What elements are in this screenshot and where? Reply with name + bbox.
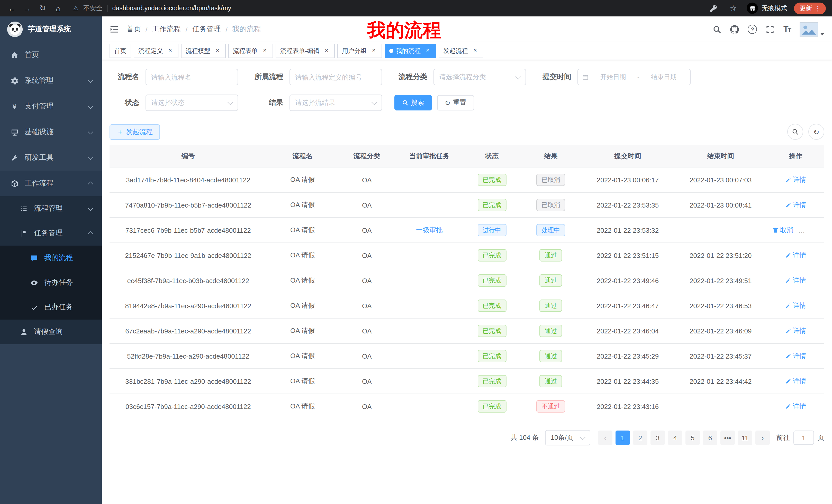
search-icon xyxy=(402,100,408,106)
close-tab-icon[interactable]: × xyxy=(323,47,330,54)
detail-link[interactable]: 详情 xyxy=(785,352,806,361)
sidebar-item[interactable]: 基础设施 xyxy=(0,119,102,145)
reload-icon[interactable]: ↻ xyxy=(36,2,49,15)
sidebar-item[interactable]: 研发工具 xyxy=(0,145,102,171)
help-icon[interactable]: ? xyxy=(748,25,757,34)
view-tab[interactable]: 流程定义 × xyxy=(134,44,178,58)
cell-actions: 详情 xyxy=(767,369,825,394)
detail-link[interactable]: 详情 xyxy=(801,226,823,235)
table-tools: ↻ xyxy=(787,124,824,140)
detail-link[interactable]: 详情 xyxy=(785,301,806,310)
breadcrumb-item[interactable]: 任务管理 / xyxy=(192,25,232,34)
detail-link[interactable]: 详情 xyxy=(785,175,806,185)
view-tab[interactable]: 流程表单-编辑 × xyxy=(276,44,335,58)
cancel-link[interactable]: 取消 xyxy=(772,226,794,235)
table-row: 2152467e-7b9b-11ec-9a1b-acde48001122 OA … xyxy=(109,243,824,268)
password-key-icon[interactable] xyxy=(706,2,720,15)
view-tab[interactable]: 发起流程 × xyxy=(439,44,483,58)
process-input[interactable] xyxy=(289,69,382,85)
github-icon[interactable] xyxy=(730,25,739,34)
sidebar-item[interactable]: ¥ 支付管理 xyxy=(0,93,102,119)
table-row: 52ffd28e-7b9a-11ec-a290-acde48001122 OA … xyxy=(109,343,824,369)
show-search-icon[interactable] xyxy=(787,124,803,140)
sidebar-item[interactable]: 工作流程 xyxy=(0,171,102,196)
edit-icon xyxy=(801,227,808,233)
breadcrumb-item[interactable]: 首页 / xyxy=(127,25,152,34)
cell-id: 819442e8-7b9a-11ec-a290-acde48001122 xyxy=(109,293,267,318)
browser-home-icon[interactable]: ⌂ xyxy=(51,2,65,15)
bookmark-star-icon[interactable]: ☆ xyxy=(727,2,740,15)
menu-fold-icon[interactable] xyxy=(109,25,119,33)
detail-link[interactable]: 详情 xyxy=(785,326,806,335)
cell-task xyxy=(395,394,463,419)
edit-icon xyxy=(785,328,791,334)
view-tab[interactable]: 用户分组 × xyxy=(337,44,382,58)
reset-button[interactable]: ↻ 重置 xyxy=(437,95,474,110)
name-input[interactable] xyxy=(146,69,238,85)
breadcrumb-separator: / xyxy=(186,25,188,33)
sidebar-item[interactable]: 系统管理 xyxy=(0,68,102,93)
breadcrumb-item[interactable]: 我的流程 / xyxy=(232,25,261,34)
refresh-table-icon[interactable]: ↻ xyxy=(808,124,824,140)
next-page-button[interactable]: › xyxy=(755,430,770,445)
process-table: 编号流程名流程分类当前审批任务状态结果提交时间结束时间操作 3ad174fb-7… xyxy=(109,145,824,419)
view-tab[interactable]: 流程模型 × xyxy=(181,44,226,58)
status-select[interactable]: 请选择状态 xyxy=(146,94,238,111)
goto-page-input[interactable] xyxy=(794,430,814,445)
page-button[interactable]: 2 xyxy=(633,430,647,445)
search-icon[interactable] xyxy=(713,25,722,34)
sidebar-item[interactable]: 请假查询 xyxy=(0,319,102,344)
sidebar-item[interactable]: 已办任务 xyxy=(0,295,102,319)
detail-link[interactable]: 详情 xyxy=(785,200,806,209)
sidebar-item[interactable]: 首页 xyxy=(0,42,102,68)
detail-link[interactable]: 详情 xyxy=(785,402,806,411)
cell-end-time xyxy=(674,218,767,243)
task-link[interactable]: 一级审批 xyxy=(416,226,443,235)
prev-page-button[interactable]: ‹ xyxy=(598,430,613,445)
detail-link[interactable]: 详情 xyxy=(785,376,806,386)
security-label[interactable]: 不安全 xyxy=(83,4,103,12)
page-button[interactable]: 3 xyxy=(650,430,665,445)
view-tab[interactable]: 我的流程 × xyxy=(385,44,436,58)
create-process-button[interactable]: ＋ 发起流程 xyxy=(109,124,160,139)
cell-name: OA 请假 xyxy=(267,293,338,318)
search-button[interactable]: 搜索 xyxy=(394,95,432,110)
back-icon[interactable]: ← xyxy=(5,2,19,15)
sidebar-item[interactable]: 待办任务 xyxy=(0,270,102,295)
url-text[interactable]: dashboard.yudao.iocoder.cn/bpm/task/my xyxy=(112,5,231,12)
breadcrumb-item[interactable]: 工作流程 / xyxy=(152,25,192,34)
page-button[interactable]: ••• xyxy=(721,430,735,445)
font-size-icon[interactable]: TT xyxy=(783,25,791,34)
forward-icon[interactable]: → xyxy=(21,2,34,15)
date-range-picker[interactable]: 开始日期 - 结束日期 xyxy=(577,69,691,85)
address-bar[interactable]: ⚠ 不安全 dashboard.yudao.iocoder.cn/bpm/tas… xyxy=(67,4,704,12)
close-tab-icon[interactable]: × xyxy=(166,47,174,54)
table-row: 7317cec6-7b9b-11ec-b5b7-acde48001122 OA … xyxy=(109,218,824,243)
update-button[interactable]: 更新 ⋮ xyxy=(794,2,826,14)
sidebar-item[interactable]: 任务管理 xyxy=(0,221,102,246)
close-tab-icon[interactable]: × xyxy=(214,47,221,54)
page-button[interactable]: 1 xyxy=(616,430,630,445)
page-button[interactable]: 11 xyxy=(738,430,752,445)
result-select[interactable]: 请选择流结果 xyxy=(289,94,382,111)
category-select[interactable]: 请选择流程分类 xyxy=(434,69,526,85)
sidebar-item[interactable]: 我的流程 xyxy=(0,246,102,270)
close-tab-icon[interactable]: × xyxy=(471,47,479,54)
chevron-icon xyxy=(88,103,94,109)
page-button[interactable]: 6 xyxy=(703,430,717,445)
page-button[interactable]: 4 xyxy=(668,430,682,445)
detail-link[interactable]: 详情 xyxy=(785,251,806,260)
view-tab[interactable]: 首页 × xyxy=(109,44,131,58)
fullscreen-icon[interactable] xyxy=(766,25,775,34)
menu-dots-icon[interactable]: ⋮ xyxy=(814,4,821,12)
page-size-select[interactable]: 10条/页 xyxy=(545,430,590,445)
cell-id: 2152467e-7b9b-11ec-9a1b-acde48001122 xyxy=(109,243,267,268)
close-tab-icon[interactable]: × xyxy=(261,47,268,54)
detail-link[interactable]: 详情 xyxy=(785,276,806,285)
sidebar-item[interactable]: 流程管理 xyxy=(0,196,102,221)
close-tab-icon[interactable]: × xyxy=(424,47,432,54)
view-tab[interactable]: 流程表单 × xyxy=(228,44,273,58)
close-tab-icon[interactable]: × xyxy=(370,47,378,54)
page-button[interactable]: 5 xyxy=(685,430,700,445)
user-avatar[interactable] xyxy=(800,22,824,37)
